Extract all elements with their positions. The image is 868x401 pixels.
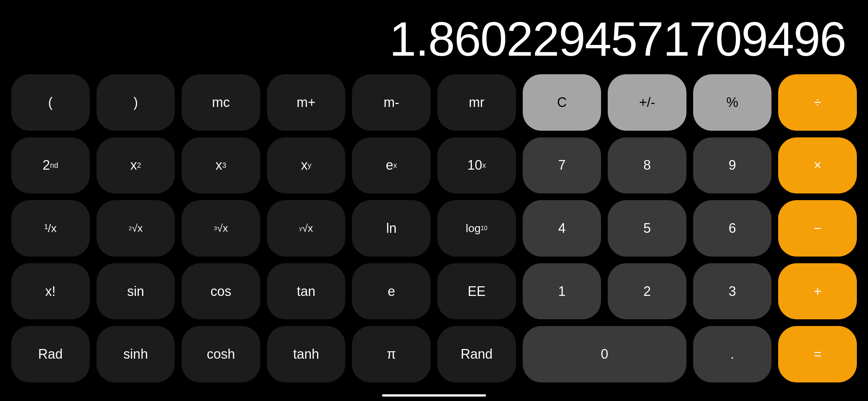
row-4: x! sin cos tan e EE 1 2 3 + xyxy=(11,263,857,320)
ten-to-x-button[interactable]: 10x xyxy=(437,137,516,194)
euler-button[interactable]: e xyxy=(352,263,431,320)
sin-button[interactable]: sin xyxy=(97,263,175,320)
display-area: 1.8602294571709496 xyxy=(0,0,868,74)
yth-root-button[interactable]: y√x xyxy=(267,200,346,257)
row-3: ¹/x 2√x 3√x y√x ln log10 4 5 6 − xyxy=(11,200,857,257)
divide-button[interactable]: ÷ xyxy=(778,74,857,131)
x-to-y-button[interactable]: xy xyxy=(267,137,346,194)
rad-button[interactable]: Rad xyxy=(11,326,90,382)
sqrt-button[interactable]: 2√x xyxy=(97,200,175,257)
second-button[interactable]: 2nd xyxy=(11,137,90,194)
one-button[interactable]: 1 xyxy=(523,263,601,320)
plus-minus-button[interactable]: +/- xyxy=(608,74,686,131)
seven-button[interactable]: 7 xyxy=(523,137,601,194)
ln-button[interactable]: ln xyxy=(352,200,431,257)
six-button[interactable]: 6 xyxy=(693,200,772,257)
open-paren-button[interactable]: ( xyxy=(11,74,90,131)
square-button[interactable]: x2 xyxy=(97,137,175,194)
row-5: Rad sinh cosh tanh π Rand 0 . = xyxy=(11,326,857,382)
clear-button[interactable]: C xyxy=(523,74,601,131)
eight-button[interactable]: 8 xyxy=(608,137,686,194)
e-to-x-button[interactable]: ex xyxy=(352,137,431,194)
percent-button[interactable]: % xyxy=(693,74,772,131)
row-1: ( ) mc m+ m- mr C +/- % ÷ xyxy=(11,74,857,131)
multiply-button[interactable]: × xyxy=(778,137,857,194)
pi-button[interactable]: π xyxy=(352,326,431,382)
nine-button[interactable]: 9 xyxy=(693,137,772,194)
memory-clear-button[interactable]: mc xyxy=(182,74,260,131)
five-button[interactable]: 5 xyxy=(608,200,686,257)
display-value: 1.8602294571709496 xyxy=(389,15,846,63)
log10-button[interactable]: log10 xyxy=(437,200,516,257)
add-button[interactable]: + xyxy=(778,263,857,320)
cos-button[interactable]: cos xyxy=(182,263,260,320)
memory-plus-button[interactable]: m+ xyxy=(267,74,346,131)
zero-button[interactable]: 0 xyxy=(523,326,686,382)
decimal-button[interactable]: . xyxy=(693,326,772,382)
cosh-button[interactable]: cosh xyxy=(182,326,260,382)
home-indicator xyxy=(382,394,486,397)
reciprocal-button[interactable]: ¹/x xyxy=(11,200,90,257)
four-button[interactable]: 4 xyxy=(523,200,601,257)
tan-button[interactable]: tan xyxy=(267,263,346,320)
cbrt-button[interactable]: 3√x xyxy=(182,200,260,257)
three-button[interactable]: 3 xyxy=(693,263,772,320)
memory-minus-button[interactable]: m- xyxy=(352,74,431,131)
rand-button[interactable]: Rand xyxy=(437,326,516,382)
factorial-button[interactable]: x! xyxy=(11,263,90,320)
cube-button[interactable]: x3 xyxy=(182,137,260,194)
equals-button[interactable]: = xyxy=(778,326,857,382)
subtract-button[interactable]: − xyxy=(778,200,857,257)
sinh-button[interactable]: sinh xyxy=(97,326,175,382)
close-paren-button[interactable]: ) xyxy=(97,74,175,131)
row-2: 2nd x2 x3 xy ex 10x 7 8 9 × xyxy=(11,137,857,194)
two-button[interactable]: 2 xyxy=(608,263,686,320)
button-grid: ( ) mc m+ m- mr C +/- % ÷ 2nd x2 x3 xy e… xyxy=(0,74,868,401)
tanh-button[interactable]: tanh xyxy=(267,326,346,382)
memory-recall-button[interactable]: mr xyxy=(437,74,516,131)
ee-button[interactable]: EE xyxy=(437,263,516,320)
